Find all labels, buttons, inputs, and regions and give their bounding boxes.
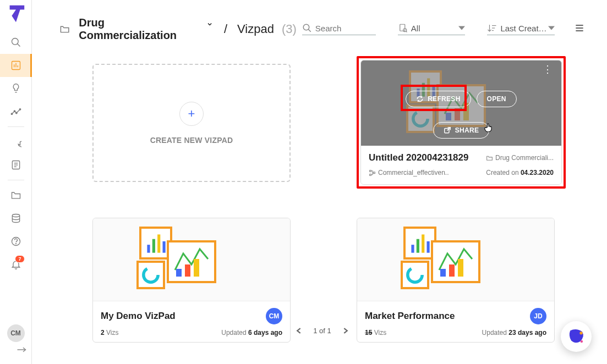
svg-point-53 xyxy=(144,268,158,282)
vizpad-card-hovered[interactable]: ⋮ REFRESH OPEN SHARE xyxy=(360,60,562,185)
card-thumbnail: ⋮ REFRESH OPEN SHARE xyxy=(361,60,561,146)
nav-trends[interactable] xyxy=(0,100,32,123)
card-dataset: Commercial_effectiven.. xyxy=(369,169,449,177)
svg-rect-52 xyxy=(194,259,199,277)
sidebar: 7 CM xyxy=(0,0,32,364)
search-field[interactable] xyxy=(302,23,376,35)
svg-rect-54 xyxy=(411,245,414,253)
header: Drug Commercialization / Vizpad (3) All … xyxy=(59,16,585,42)
chevron-down-icon xyxy=(458,25,465,31)
folder-icon xyxy=(59,23,70,35)
nav-help[interactable] xyxy=(0,230,32,253)
svg-rect-46 xyxy=(147,245,150,253)
svg-point-19 xyxy=(303,24,309,30)
notification-badge: 7 xyxy=(15,255,24,263)
open-button[interactable]: OPEN xyxy=(477,91,517,107)
divider xyxy=(8,126,24,127)
nav-doc[interactable] xyxy=(0,153,32,177)
nav-insights[interactable] xyxy=(0,77,32,100)
card-title: Market Performance xyxy=(365,311,455,322)
svg-point-8 xyxy=(14,111,15,112)
svg-rect-59 xyxy=(449,264,455,277)
collapse-sidebar[interactable] xyxy=(0,346,32,359)
nav-search[interactable] xyxy=(0,31,32,54)
sort-icon xyxy=(487,23,497,33)
create-label: CREATE NEW VIZPAD xyxy=(150,136,233,145)
highlight-box xyxy=(401,85,467,111)
svg-rect-57 xyxy=(426,241,429,253)
svg-rect-50 xyxy=(176,269,182,277)
filter-dropdown[interactable]: All xyxy=(398,23,466,35)
chevron-down-icon[interactable] xyxy=(206,20,213,28)
share-label: SHARE xyxy=(455,126,479,134)
vizpad-card[interactable]: My Demo VizPad CM 2 Vizs Updated 6 days … xyxy=(92,218,291,343)
svg-point-63 xyxy=(581,340,583,343)
card-title: Untitled 202004231829 xyxy=(369,152,468,163)
divider xyxy=(8,180,24,180)
highlighted-card: ⋮ REFRESH OPEN SHARE xyxy=(357,56,566,189)
prev-page[interactable] xyxy=(296,328,302,334)
filter-label: All xyxy=(411,24,459,33)
view-list-toggle[interactable] xyxy=(574,23,585,36)
nav-vizpad[interactable] xyxy=(0,54,32,77)
create-vizpad-card[interactable]: + CREATE NEW VIZPAD xyxy=(92,64,291,182)
dataset-icon xyxy=(369,169,376,177)
owner-avatar: CM xyxy=(266,308,282,324)
nav-folder[interactable] xyxy=(0,184,32,207)
sort-dropdown[interactable]: Last Creat… xyxy=(487,23,555,35)
svg-rect-60 xyxy=(458,259,463,277)
card-folder: Drug Commerciali... xyxy=(486,154,554,162)
next-page[interactable] xyxy=(342,328,348,334)
svg-marker-29 xyxy=(548,26,555,30)
svg-rect-56 xyxy=(422,234,424,252)
svg-rect-58 xyxy=(440,269,446,277)
nav-notifications[interactable]: 7 xyxy=(0,253,32,276)
svg-rect-48 xyxy=(157,234,160,252)
svg-point-62 xyxy=(579,332,582,334)
owner-avatar: JD xyxy=(530,308,546,324)
svg-marker-24 xyxy=(458,26,465,30)
assistant-fab[interactable] xyxy=(561,321,592,352)
search-icon xyxy=(302,23,312,33)
svg-point-7 xyxy=(11,113,13,115)
svg-point-17 xyxy=(15,244,16,244)
svg-rect-49 xyxy=(162,241,165,253)
share-icon xyxy=(444,126,451,134)
svg-line-23 xyxy=(406,31,407,32)
search-input[interactable] xyxy=(315,24,376,33)
card-thumbnail xyxy=(93,218,290,301)
filter-icon xyxy=(398,23,408,33)
sort-label: Last Creat… xyxy=(500,24,548,33)
svg-line-20 xyxy=(308,29,311,32)
card-title: My Demo VizPad xyxy=(101,311,176,322)
svg-rect-44 xyxy=(370,174,371,175)
nav-chat[interactable] xyxy=(0,130,32,153)
pagination: 1 of 1 xyxy=(59,327,585,335)
svg-point-15 xyxy=(12,214,19,217)
folder-icon xyxy=(486,155,493,162)
svg-rect-37 xyxy=(446,113,451,120)
page-label: 1 of 1 xyxy=(313,327,331,335)
chevron-down-icon xyxy=(548,25,555,31)
card-created: Created on 04.23.2020 xyxy=(486,169,554,177)
app-logo xyxy=(6,3,26,24)
svg-rect-43 xyxy=(370,170,371,172)
vizpad-card[interactable]: Market Performance JD 15 Vizs Updated 23… xyxy=(357,218,555,343)
svg-point-9 xyxy=(15,112,17,114)
svg-rect-47 xyxy=(152,239,155,253)
open-label: OPEN xyxy=(487,95,506,103)
current-user-avatar[interactable]: CM xyxy=(7,324,25,342)
project-name[interactable]: Drug Commercialization xyxy=(79,16,189,42)
nav-stack[interactable] xyxy=(0,207,32,230)
svg-point-0 xyxy=(12,38,18,45)
svg-rect-21 xyxy=(400,24,405,31)
card-thumbnail xyxy=(357,218,554,301)
breadcrumb-count: (3) xyxy=(282,22,297,36)
breadcrumb[interactable]: Vizpad xyxy=(237,22,274,36)
main-content: Drug Commercialization / Vizpad (3) All … xyxy=(32,0,607,364)
breadcrumb-separator: / xyxy=(224,22,227,36)
svg-point-61 xyxy=(408,268,422,282)
card-menu[interactable]: ⋮ xyxy=(543,67,553,72)
share-button[interactable]: SHARE xyxy=(433,122,490,139)
cursor-icon xyxy=(483,122,494,134)
